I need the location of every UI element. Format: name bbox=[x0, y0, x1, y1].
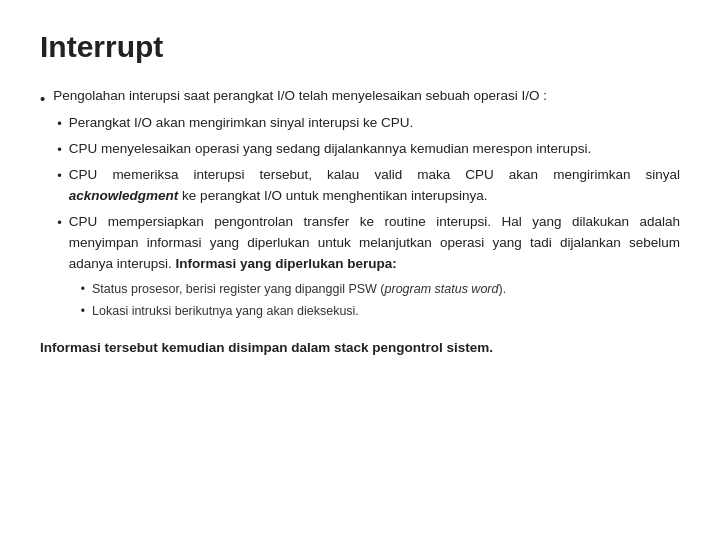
sub-bullet-2: • CPU menyelesaikan operasi yang sedang … bbox=[57, 139, 680, 160]
sub-bullet-3: • CPU memeriksa interupsi tersebut, kala… bbox=[57, 165, 680, 207]
sub-bullet-4: • CPU mempersiapkan pengontrolan transfe… bbox=[57, 212, 680, 325]
sub-dot-1: • bbox=[57, 114, 62, 134]
berupa-label: Informasi yang diperlukan berupa: bbox=[175, 256, 396, 271]
final-line: Informasi tersebut kemudian disimpan dal… bbox=[40, 338, 680, 359]
sub-text-3: CPU memeriksa interupsi tersebut, kalau … bbox=[69, 165, 680, 207]
sub-text-1: Perangkat I/O akan mengirimkan sinyal in… bbox=[69, 113, 680, 134]
acknowledgment-text: acknowledgment bbox=[69, 188, 179, 203]
sub-sub-text-2: Lokasi intruksi berikutnya yang akan die… bbox=[92, 302, 680, 321]
sub-text-2: CPU menyelesaikan operasi yang sedang di… bbox=[69, 139, 680, 160]
sub-sub-dot-2: • bbox=[81, 302, 85, 321]
sub-sub-bullet-2: • Lokasi intruksi berikutnya yang akan d… bbox=[81, 302, 680, 321]
sub-sub-text-1: Status prosesor, berisi register yang di… bbox=[92, 280, 680, 299]
sub-bullets-list: • Perangkat I/O akan mengirimkan sinyal … bbox=[57, 113, 680, 325]
main-bullet: • Pengolahan interupsi saat perangkat I/… bbox=[40, 86, 680, 330]
main-bullet-text: Pengolahan interupsi saat perangkat I/O … bbox=[53, 86, 680, 330]
sub-bullet-1: • Perangkat I/O akan mengirimkan sinyal … bbox=[57, 113, 680, 134]
sub-dot-4: • bbox=[57, 213, 62, 233]
sub-dot-3: • bbox=[57, 166, 62, 186]
page-title: Interrupt bbox=[40, 30, 680, 64]
content-area: • Pengolahan interupsi saat perangkat I/… bbox=[40, 86, 680, 358]
psw-italic: program status word bbox=[385, 282, 499, 296]
bullet-dot-l1: • bbox=[40, 87, 45, 110]
sub-sub-list: • Status prosesor, berisi register yang … bbox=[81, 280, 680, 322]
sub-text-4: CPU mempersiapkan pengontrolan transfer … bbox=[69, 212, 680, 325]
slide: Interrupt • Pengolahan interupsi saat pe… bbox=[0, 0, 720, 540]
sub-sub-bullet-1: • Status prosesor, berisi register yang … bbox=[81, 280, 680, 299]
sub-dot-2: • bbox=[57, 140, 62, 160]
sub-sub-dot-1: • bbox=[81, 280, 85, 299]
